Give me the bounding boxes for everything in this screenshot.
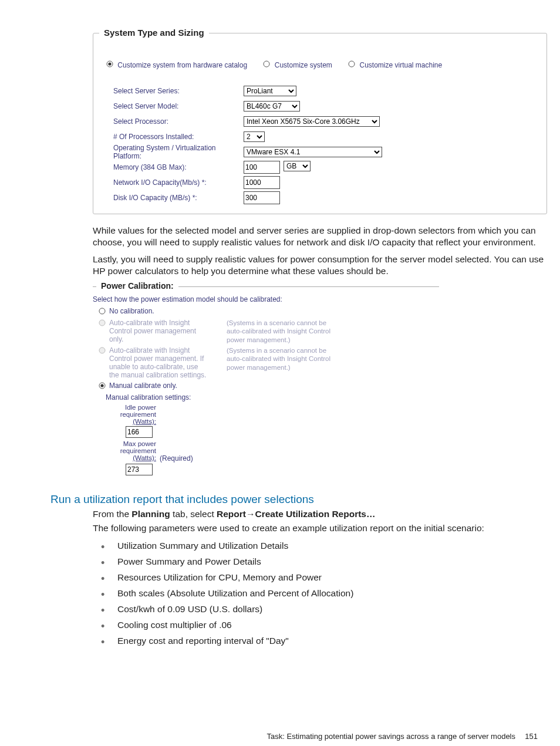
radio-label: Customize virtual machine	[360, 61, 443, 69]
max-power-label-1: Max power	[109, 440, 156, 447]
list-item: Both scales (Absolute Utilization and Pe…	[93, 588, 548, 600]
list-item: Cost/kwh of 0.09 USD (U.S. dollars)	[93, 603, 548, 616]
watts-label: (Watts):	[109, 418, 156, 425]
manual-settings-title: Manual calibration settings:	[106, 393, 439, 401]
source-radio-group: Customize system from hardware catalog C…	[106, 60, 537, 69]
radio-customize-catalog[interactable]	[106, 60, 113, 69]
instruction-line-2: The following parameters were used to cr…	[93, 522, 548, 534]
radio-label: No calibration.	[109, 307, 154, 315]
input-net-io[interactable]	[244, 176, 280, 189]
input-memory[interactable]	[244, 161, 280, 174]
idle-power-label-2: requirement	[109, 411, 156, 418]
select-server-series[interactable]: ProLiant	[244, 86, 296, 96]
power-cal-prompt: Select how the power estimation model sh…	[93, 295, 439, 303]
panel-legend: Power Calibration:	[96, 281, 178, 291]
svg-point-3	[349, 61, 355, 67]
select-memory-unit[interactable]: GB	[284, 161, 311, 171]
list-item: Energy cost and reporting interval of "D…	[93, 635, 548, 647]
label-net-io: Network I/O Capacity(Mb/s) *:	[113, 178, 244, 187]
select-processor[interactable]: Intel Xeon X5675 Six-Core 3.06GHz	[244, 116, 380, 127]
power-calibration-panel: Power Calibration: Select how the power …	[93, 286, 439, 475]
label-memory: Memory (384 GB Max):	[113, 163, 244, 171]
max-power-label-2: requirement	[109, 447, 156, 454]
svg-point-6	[99, 347, 105, 353]
watts-label: (Watts):	[109, 454, 156, 461]
radio-auto-calibrate-fallback	[99, 347, 106, 356]
list-item: Resources Utilization for CPU, Memory an…	[93, 572, 548, 584]
svg-point-4	[99, 308, 105, 314]
input-disk-io[interactable]	[244, 191, 280, 204]
radio-customize-system[interactable]	[263, 60, 270, 69]
parameter-list: Utilization Summary and Utilization Deta…	[93, 540, 548, 647]
power-cal-hint: (Systems in a scenario cannot be auto-ca…	[227, 319, 332, 344]
radio-label: Manual calibrate only.	[109, 382, 177, 390]
panel-legend: System Type and Sizing	[99, 28, 209, 38]
instruction-line: From the Planning tab, select Report→Cre…	[93, 508, 548, 520]
radio-auto-calibrate-only	[99, 319, 106, 328]
input-idle-power[interactable]	[126, 426, 153, 438]
body-paragraph: While values for the selected model and …	[93, 225, 548, 248]
list-item: Power Summary and Power Details	[93, 556, 548, 568]
radio-label: Customize system	[275, 61, 332, 69]
svg-point-1	[108, 63, 111, 66]
label-num-processors: # Of Processors Installed:	[113, 133, 244, 141]
radio-manual-calibrate[interactable]	[99, 382, 106, 391]
power-cal-hint: (Systems in a scenario cannot be auto-ca…	[227, 346, 332, 372]
radio-no-calibration[interactable]	[99, 308, 106, 316]
required-label: (Required)	[160, 454, 193, 463]
input-max-power[interactable]	[126, 464, 153, 475]
label-server-model: Select Server Model:	[113, 102, 244, 110]
select-server-model[interactable]: BL460c G7	[244, 101, 300, 112]
label-disk-io: Disk I/O Capacity (MB/s) *:	[113, 194, 244, 202]
svg-point-5	[99, 320, 105, 326]
radio-label: Auto-calibrate with Insight Control powe…	[109, 319, 207, 343]
radio-customize-vm[interactable]	[348, 60, 355, 69]
select-os-platform[interactable]: VMware ESX 4.1	[244, 147, 382, 157]
body-paragraph: Lastly, you will need to supply realisti…	[93, 254, 548, 277]
label-os-platform: Operating System / Virtualization Platfo…	[113, 144, 244, 160]
select-num-processors[interactable]: 2	[244, 131, 265, 142]
svg-point-2	[264, 61, 269, 67]
svg-point-8	[100, 384, 103, 387]
list-item: Cooling cost multiplier of .06	[93, 619, 548, 632]
system-type-sizing-panel: System Type and Sizing Customize system …	[93, 33, 547, 214]
footer-page-number: 151	[525, 732, 538, 741]
radio-label: Auto-calibrate with Insight Control powe…	[109, 346, 207, 379]
section-heading: Run a utilization report that includes p…	[50, 493, 560, 506]
list-item: Utilization Summary and Utilization Deta…	[93, 540, 548, 552]
footer-task: Task: Estimating potential power savings…	[267, 732, 515, 741]
radio-label: Customize system from hardware catalog	[117, 61, 247, 69]
idle-power-label-1: Idle power	[109, 404, 156, 411]
label-processor: Select Processor:	[113, 117, 244, 126]
label-server-series: Select Server Series:	[113, 87, 244, 95]
